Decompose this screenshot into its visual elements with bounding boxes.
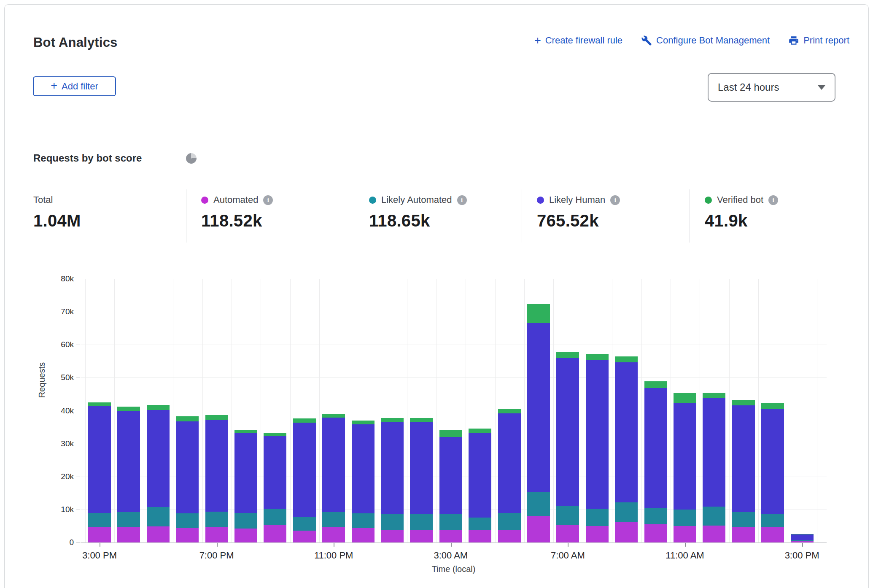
bar-segment-likely-automated[interactable] (234, 513, 257, 529)
bar-segment-verified-bot[interactable] (205, 415, 228, 420)
time-range-select[interactable]: Last 24 hours (708, 73, 835, 102)
info-icon[interactable]: i (610, 195, 620, 205)
bar-segment-automated[interactable] (527, 516, 550, 542)
bar-segment-likely-human[interactable] (176, 421, 199, 513)
bar-segment-likely-human[interactable] (147, 410, 170, 507)
bar-segment-likely-human[interactable] (527, 323, 550, 492)
info-icon[interactable]: i (768, 195, 778, 205)
bar-segment-likely-human[interactable] (352, 424, 375, 513)
bar-segment-automated[interactable] (352, 528, 375, 542)
bar-segment-likely-human[interactable] (732, 405, 755, 512)
bar-segment-verified-bot[interactable] (147, 405, 170, 410)
bar-segment-verified-bot[interactable] (615, 356, 638, 362)
bar-segment-likely-human[interactable] (644, 388, 667, 508)
bar-segment-likely-automated[interactable] (352, 513, 375, 528)
bar-segment-likely-human[interactable] (293, 423, 316, 517)
bar-segment-automated[interactable] (322, 527, 345, 543)
bar-segment-automated[interactable] (703, 526, 725, 542)
bar-segment-likely-automated[interactable] (88, 513, 111, 527)
bar-segment-likely-automated[interactable] (293, 517, 316, 531)
bar-segment-automated[interactable] (117, 527, 140, 542)
bar-segment-likely-human[interactable] (264, 436, 286, 509)
bar-segment-automated[interactable] (293, 531, 316, 542)
bar-segment-likely-automated[interactable] (732, 512, 755, 527)
bar-segment-automated[interactable] (147, 526, 170, 542)
bar-segment-likely-automated[interactable] (703, 507, 725, 526)
bar-segment-automated[interactable] (176, 528, 199, 542)
bar-segment-automated[interactable] (88, 527, 111, 542)
bar-segment-likely-human[interactable] (439, 437, 462, 514)
print-report-link[interactable]: Print report (788, 35, 849, 46)
bar-segment-likely-human[interactable] (791, 534, 814, 540)
bar-segment-verified-bot[interactable] (264, 433, 286, 436)
bar-segment-verified-bot[interactable] (439, 430, 462, 437)
bar-segment-automated[interactable] (644, 524, 667, 542)
info-icon[interactable]: i (457, 195, 467, 205)
bar-segment-likely-human[interactable] (556, 358, 579, 506)
bar-segment-automated[interactable] (381, 530, 404, 542)
bar-segment-likely-human[interactable] (674, 403, 696, 510)
bar-segment-automated[interactable] (264, 525, 286, 542)
bar-segment-automated[interactable] (674, 526, 696, 542)
bar-segment-automated[interactable] (498, 530, 521, 542)
bar-segment-automated[interactable] (439, 530, 462, 542)
bar-segment-likely-human[interactable] (703, 398, 725, 507)
bar-segment-likely-automated[interactable] (410, 514, 433, 530)
bar-segment-verified-bot[interactable] (88, 402, 111, 406)
bar-segment-automated[interactable] (205, 527, 228, 542)
bar-segment-likely-automated[interactable] (469, 518, 491, 530)
create-firewall-rule-link[interactable]: + Create firewall rule (534, 35, 622, 46)
bar-segment-likely-human[interactable] (117, 411, 140, 512)
bar-segment-likely-human[interactable] (615, 362, 638, 502)
bar-segment-likely-automated[interactable] (674, 510, 696, 526)
bar-segment-likely-automated[interactable] (264, 509, 286, 525)
bar-segment-likely-automated[interactable] (381, 514, 404, 530)
bar-segment-likely-human[interactable] (322, 418, 345, 512)
bar-segment-likely-human[interactable] (469, 433, 491, 518)
bar-segment-likely-automated[interactable] (439, 514, 462, 530)
bar-segment-verified-bot[interactable] (234, 430, 257, 434)
bar-segment-verified-bot[interactable] (322, 414, 345, 418)
bar-segment-verified-bot[interactable] (117, 407, 140, 411)
bar-segment-verified-bot[interactable] (410, 418, 433, 422)
bar-segment-likely-automated[interactable] (205, 512, 228, 527)
bar-segment-likely-human[interactable] (381, 422, 404, 514)
add-filter-button[interactable]: + Add filter (33, 76, 116, 96)
bar-segment-likely-human[interactable] (234, 433, 257, 512)
bar-segment-verified-bot[interactable] (761, 403, 784, 409)
bar-segment-likely-automated[interactable] (791, 540, 814, 541)
bar-segment-likely-automated[interactable] (322, 512, 345, 526)
bar-segment-likely-automated[interactable] (615, 502, 638, 522)
bar-segment-likely-automated[interactable] (176, 513, 199, 528)
bar-segment-likely-automated[interactable] (527, 492, 550, 515)
info-icon[interactable]: i (263, 195, 273, 205)
bar-segment-automated[interactable] (761, 527, 784, 542)
bar-segment-likely-automated[interactable] (761, 514, 784, 527)
bar-segment-likely-human[interactable] (761, 409, 784, 514)
bar-segment-likely-automated[interactable] (498, 513, 521, 530)
bar-segment-likely-automated[interactable] (117, 512, 140, 527)
bar-segment-verified-bot[interactable] (674, 393, 696, 403)
bar-segment-automated[interactable] (410, 530, 433, 542)
bar-segment-likely-automated[interactable] (586, 509, 609, 526)
bar-segment-likely-automated[interactable] (556, 506, 579, 525)
bar-segment-automated[interactable] (732, 527, 755, 542)
bar-segment-verified-bot[interactable] (381, 418, 404, 422)
bar-segment-verified-bot[interactable] (469, 429, 491, 433)
bar-segment-likely-human[interactable] (586, 360, 609, 509)
bar-segment-verified-bot[interactable] (644, 381, 667, 388)
bar-segment-likely-automated[interactable] (147, 507, 170, 526)
bar-segment-verified-bot[interactable] (586, 354, 609, 360)
bar-segment-verified-bot[interactable] (293, 418, 316, 423)
bar-segment-verified-bot[interactable] (352, 421, 375, 424)
bar-segment-automated[interactable] (469, 530, 491, 542)
bar-segment-likely-human[interactable] (498, 413, 521, 513)
bar-segment-verified-bot[interactable] (498, 409, 521, 413)
bar-segment-verified-bot[interactable] (732, 400, 755, 405)
bar-segment-verified-bot[interactable] (556, 352, 579, 358)
bar-segment-automated[interactable] (586, 526, 609, 542)
bar-segment-likely-human[interactable] (205, 420, 228, 512)
configure-bot-management-link[interactable]: Configure Bot Management (641, 35, 770, 46)
bar-segment-verified-bot[interactable] (703, 393, 725, 398)
bar-segment-verified-bot[interactable] (527, 304, 550, 323)
